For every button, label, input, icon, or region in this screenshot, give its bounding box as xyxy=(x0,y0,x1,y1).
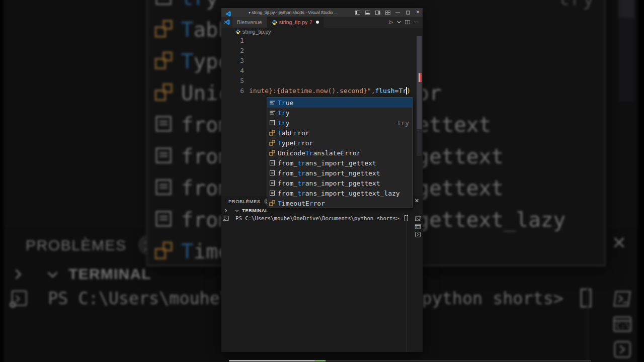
snippet-icon xyxy=(269,180,277,186)
editor-scrollbar[interactable] xyxy=(417,36,422,156)
bg-snippet-icon xyxy=(154,177,178,197)
layout-sidebar-left-icon[interactable] xyxy=(355,10,360,15)
suggestion-try[interactable]: trytry xyxy=(267,118,412,128)
line-number: 6 xyxy=(221,86,244,96)
editor-line[interactable]: 5 xyxy=(221,76,423,86)
class-icon xyxy=(269,150,277,156)
terminal-title[interactable]: TERMINAL xyxy=(242,208,268,213)
vscode-logo-icon xyxy=(225,10,231,15)
chevron-right-icon[interactable] xyxy=(224,209,228,213)
terminal-prompt: PS C:\Users\mouhe\OneDrive\Documents\pyt… xyxy=(235,215,408,221)
suggestion-UnicodeTranslateError[interactable]: UnicodeTranslateError xyxy=(267,148,412,158)
minimize-icon[interactable]: — xyxy=(395,10,400,15)
chevron-down-icon[interactable] xyxy=(235,209,239,213)
svg-text:C:\: C:\ xyxy=(616,322,630,331)
run-terminal-icon[interactable] xyxy=(415,231,421,237)
bg-snippet-icon xyxy=(154,0,178,7)
suggestion-label: try xyxy=(278,119,289,127)
bg-run-terminal-icon xyxy=(612,337,633,358)
suggestion-label: from_trans_import_pgettext xyxy=(278,179,380,187)
progress-played xyxy=(229,360,314,361)
editor-line[interactable]: 6inute}:{datetime.now().second}",flush=T… xyxy=(221,86,423,96)
class-icon xyxy=(269,140,277,146)
unsaved-dot-icon[interactable] xyxy=(316,21,319,24)
bg-snippet-icon xyxy=(154,146,178,165)
python-icon xyxy=(272,20,277,25)
tabbar: Bienvenue string_tip.py 2 ▷ ··· xyxy=(221,17,423,28)
line-number: 1 xyxy=(221,36,244,46)
suggestion-label: try xyxy=(278,109,289,117)
bg-class-icon xyxy=(154,51,178,70)
vscode-window: ● string_tip.py - python shorts - Visual… xyxy=(221,8,423,352)
snippet-icon xyxy=(269,170,277,176)
bg-class-icon xyxy=(154,19,178,38)
layout-sidebar-right-icon[interactable] xyxy=(375,10,380,15)
window-title: ● string_tip.py - python shorts - Visual… xyxy=(247,10,340,15)
layout-panel-icon[interactable] xyxy=(365,10,370,15)
progress-remaining xyxy=(326,360,591,361)
suggestion-TypeError[interactable]: TypeError xyxy=(267,138,412,148)
editor-line[interactable]: 1 xyxy=(221,36,423,46)
terminal[interactable]: PS C:\Users\mouhe\OneDrive\Documents\pyt… xyxy=(221,214,407,352)
editor-actions: ▷ ··· xyxy=(389,17,423,28)
run-button[interactable]: ▷ xyxy=(389,20,393,25)
tab-string-tip[interactable]: string_tip.py 2 xyxy=(267,17,324,28)
video-progress-bar[interactable] xyxy=(229,360,591,361)
split-editor-icon[interactable] xyxy=(405,20,410,25)
suggestion-try[interactable]: try xyxy=(267,108,412,118)
powershell-icon[interactable] xyxy=(415,215,421,221)
suggestion-TabError[interactable]: TabError xyxy=(267,128,412,138)
tab-label: string_tip.py xyxy=(279,19,308,25)
tab-bienvenue[interactable]: Bienvenue xyxy=(232,17,267,28)
class-icon xyxy=(269,200,277,206)
line-number: 3 xyxy=(221,56,244,66)
bg-editor-scrollbar xyxy=(618,0,634,102)
titlebar[interactable]: ● string_tip.py - python shorts - Visual… xyxy=(221,8,423,17)
editor-line[interactable]: 2 xyxy=(221,46,423,56)
bg-terminal-launch-icon xyxy=(8,287,29,308)
suggestion-from_trans_import_ngettext[interactable]: from_trans_import_ngettext xyxy=(267,168,412,178)
editor-line[interactable]: 3 xyxy=(221,56,423,66)
svg-text:C:\: C:\ xyxy=(416,225,420,228)
suggest-widget: TruetrytrytryTabErrorTypeErrorUnicodeTra… xyxy=(267,97,413,208)
keyword-icon xyxy=(269,100,277,106)
bg-powershell-icon xyxy=(612,287,633,308)
maximize-icon[interactable] xyxy=(405,10,411,15)
vscode-logo-icon xyxy=(221,17,232,28)
bg-snippet-icon xyxy=(154,209,178,228)
snippet-icon xyxy=(269,120,277,126)
titlebar-controls: — ✕ xyxy=(355,8,421,17)
line-number: 5 xyxy=(221,76,244,86)
scrollbar-thumb[interactable] xyxy=(417,36,422,129)
bg-cmd-icon: C:\ xyxy=(612,312,633,333)
progress-marker[interactable] xyxy=(314,360,326,361)
suggestion-detail: try xyxy=(393,119,409,127)
bg-terminal-divider xyxy=(587,286,588,362)
suggestion-True[interactable]: True xyxy=(267,98,412,108)
editor-line[interactable]: 4 xyxy=(221,66,423,76)
python-icon xyxy=(235,29,240,34)
terminal-launch-icon[interactable] xyxy=(223,215,229,221)
run-dropdown-chevron-icon[interactable] xyxy=(396,20,401,25)
suggestion-from_trans_import_gettext[interactable]: from_trans_import_gettext xyxy=(267,158,412,168)
layout-grid-icon[interactable] xyxy=(385,10,390,15)
suggestion-from_trans_import_pgettext[interactable]: from_trans_import_pgettext xyxy=(267,178,412,188)
suggestion-TimeoutError[interactable]: TimeoutError xyxy=(267,198,412,208)
more-actions-icon[interactable]: ··· xyxy=(414,20,419,25)
panel-tab-problems[interactable]: PROBLÈMES xyxy=(228,199,261,204)
snippet-icon xyxy=(269,160,277,166)
terminal-divider xyxy=(407,214,407,352)
bg-suggestion-detail: try xyxy=(545,0,595,9)
panel-close-icon[interactable]: ✕ xyxy=(415,198,419,204)
suggest-list: TruetrytrytryTabErrorTypeErrorUnicodeTra… xyxy=(267,98,412,208)
suggestion-label: TimeoutError xyxy=(278,200,325,207)
suggestion-label: TypeError xyxy=(278,139,313,147)
breadcrumb[interactable]: string_tip.py xyxy=(221,28,423,36)
close-icon[interactable]: ✕ xyxy=(415,10,421,15)
tab-label: Bienvenue xyxy=(237,19,262,25)
suggestion-label: True xyxy=(278,99,293,107)
cmd-icon[interactable]: C:\ xyxy=(415,223,421,229)
line-number: 2 xyxy=(221,46,244,56)
suggestion-from_trans_import_ugettext_lazy[interactable]: from_trans_import_ugettext_lazy xyxy=(267,188,412,198)
bg-terminal-title: TERMINAL xyxy=(68,265,151,283)
